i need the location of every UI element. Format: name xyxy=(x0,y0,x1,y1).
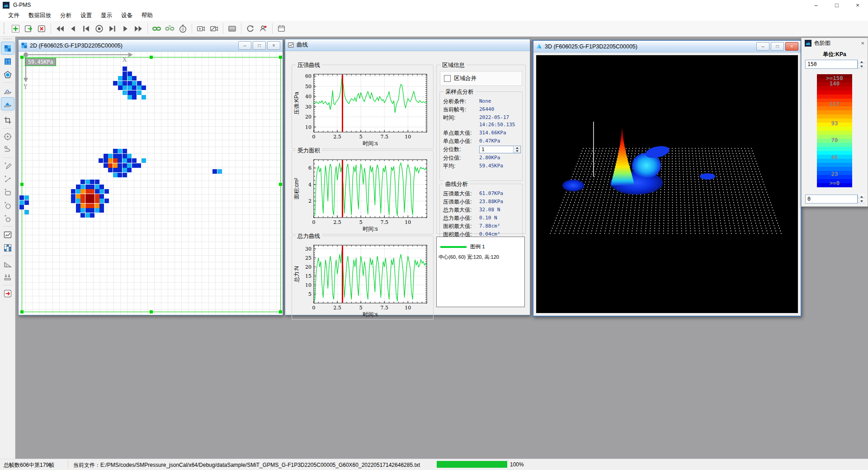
link-button[interactable] xyxy=(150,22,163,35)
window-2d-minimize-button[interactable]: – xyxy=(238,41,251,50)
window-3d-minimize-button[interactable]: – xyxy=(756,42,769,51)
selection-handle[interactable] xyxy=(279,183,282,186)
refresh-button[interactable] xyxy=(244,22,257,35)
svg-text:2.5: 2.5 xyxy=(333,219,341,225)
pressure-cell xyxy=(95,208,99,213)
menu-item-6[interactable]: 帮助 xyxy=(137,10,157,21)
pressure-cell xyxy=(118,158,122,163)
menu-item-0[interactable]: 文件 xyxy=(4,10,24,21)
save-export-button[interactable] xyxy=(22,22,35,35)
color-band xyxy=(817,86,852,90)
info-value: 7.88cm² xyxy=(479,223,521,230)
maximize-button[interactable]: □ xyxy=(826,0,847,10)
info-value: 2.80KPa xyxy=(479,154,521,161)
pressure-cell xyxy=(71,199,75,203)
app-icon xyxy=(3,2,9,9)
color-scale-titlebar[interactable]: 色阶图 × xyxy=(802,38,868,48)
tool-path-button[interactable] xyxy=(1,143,14,156)
selection-handle[interactable] xyxy=(20,310,24,313)
region-info-group: 区域信息 区域合并 采样点分析 分析条件:None当前帧号:26440时间:20… xyxy=(436,65,526,234)
selection-handle[interactable] xyxy=(150,310,153,313)
quantile-spinbox[interactable]: 1 xyxy=(479,146,521,153)
tool-export-button[interactable] xyxy=(1,287,14,299)
svg-text:30: 30 xyxy=(305,104,311,110)
window-2d-titlebar[interactable]: 2D (F606025:G-F1P3D2205C00005) – □ × xyxy=(19,40,283,52)
video-off-icon xyxy=(209,24,219,33)
pressure-cell xyxy=(85,199,90,203)
delete-button[interactable] xyxy=(35,22,48,35)
tool-target-button[interactable] xyxy=(1,130,14,142)
tool-draw-rect-button[interactable] xyxy=(1,186,14,198)
window-3d-close-button[interactable]: × xyxy=(785,42,798,51)
selection-handle[interactable] xyxy=(20,183,24,186)
menu-item-4[interactable]: 显示 xyxy=(96,10,117,21)
tool-view-2d-button[interactable] xyxy=(1,42,14,54)
progress-percent-label: 100% xyxy=(510,461,524,468)
pressure-cell xyxy=(108,168,113,172)
scale-min-input[interactable]: 0 xyxy=(805,195,858,204)
video-play-button[interactable] xyxy=(194,22,208,35)
tool-surface-wireframe-button[interactable] xyxy=(1,85,14,97)
svg-text:总力:N: 总力:N xyxy=(293,266,300,283)
scale-max-spinner[interactable] xyxy=(858,60,865,69)
window-3d-maximize-button[interactable]: □ xyxy=(771,42,784,51)
pressure-surface-3d[interactable] xyxy=(536,55,798,313)
fast-backward-button[interactable] xyxy=(53,22,66,35)
skip-start-button[interactable] xyxy=(80,22,93,35)
calendar-button[interactable] xyxy=(275,22,288,35)
record-button[interactable] xyxy=(257,22,270,35)
color-band xyxy=(817,163,852,167)
tool-angle-button[interactable] xyxy=(1,258,14,270)
selection-rectangle[interactable] xyxy=(22,57,281,312)
tool-surface-3d-button[interactable] xyxy=(1,98,14,110)
close-button[interactable]: × xyxy=(847,0,868,10)
tool-draw-circle-button[interactable] xyxy=(1,199,14,211)
tool-crop-button[interactable] xyxy=(1,114,14,126)
legend-geometry: 中心(60, 60) 宽:120, 高:120 xyxy=(439,254,524,261)
skip-end-button[interactable] xyxy=(106,22,119,35)
region-merge-checkbox[interactable] xyxy=(444,75,451,82)
add-button[interactable] xyxy=(9,22,22,35)
tool-draw-pencil-button[interactable] xyxy=(1,160,14,172)
tool-pressure-button[interactable] xyxy=(1,271,14,283)
window-2d-close-button[interactable]: × xyxy=(267,41,280,50)
selection-handle[interactable] xyxy=(279,310,282,313)
color-scale-close-button[interactable]: × xyxy=(861,40,864,47)
menu-item-1[interactable]: 数据回放 xyxy=(24,10,56,21)
unit-label: 单位:KPa xyxy=(802,51,868,58)
pressure-cell xyxy=(80,185,85,189)
timer-button[interactable]: 0 xyxy=(176,22,189,35)
selection-handle[interactable] xyxy=(279,56,282,59)
tool-grid-numbers-button[interactable]: 2453 xyxy=(1,55,14,67)
current-file-path: 当前文件：E:/PMS/codes/SMPressure_jsonCal/x64… xyxy=(73,461,420,469)
scale-max-input[interactable]: 150 xyxy=(805,60,858,69)
tool-chart-button[interactable] xyxy=(1,228,14,241)
display-button[interactable] xyxy=(226,22,239,35)
window-3d-titlebar[interactable]: 3D (F606025:G-F1P3D2205C00005) – □ × xyxy=(533,41,801,52)
sampling-analysis-title: 采样点分析 xyxy=(443,88,476,96)
pressure-cell xyxy=(132,163,137,168)
info-label: 总力最小值: xyxy=(443,214,479,222)
tool-draw-line-button[interactable] xyxy=(1,173,14,185)
pressure-map-2d[interactable]: X Y 59.45KPa xyxy=(19,52,283,315)
menu-item-2[interactable]: 分析 xyxy=(56,10,76,21)
info-label: 面积最大值: xyxy=(443,223,479,230)
unlink-button[interactable] xyxy=(163,22,176,35)
tool-polygon-region-button[interactable] xyxy=(1,68,14,81)
menu-item-5[interactable]: 设备 xyxy=(117,10,137,21)
pressure-cell xyxy=(80,208,85,213)
tool-draw-polygon-button[interactable] xyxy=(1,212,14,224)
step-backward-button[interactable] xyxy=(66,22,80,35)
play-button[interactable] xyxy=(119,22,132,35)
minimize-button[interactable]: – xyxy=(806,0,826,10)
svg-text:时间:s: 时间:s xyxy=(363,140,377,147)
window-curves-titlebar[interactable]: 曲线 xyxy=(285,39,530,51)
tool-grid-cells-button[interactable] xyxy=(1,242,14,254)
video-off-button[interactable] xyxy=(208,22,221,35)
3d-view-icon xyxy=(536,43,542,50)
menu-item-3[interactable]: 设置 xyxy=(76,10,96,21)
window-2d-maximize-button[interactable]: □ xyxy=(253,41,266,50)
fast-forward-button[interactable] xyxy=(132,22,145,35)
scale-min-spinner[interactable] xyxy=(858,195,865,204)
stop-button[interactable] xyxy=(93,22,106,35)
